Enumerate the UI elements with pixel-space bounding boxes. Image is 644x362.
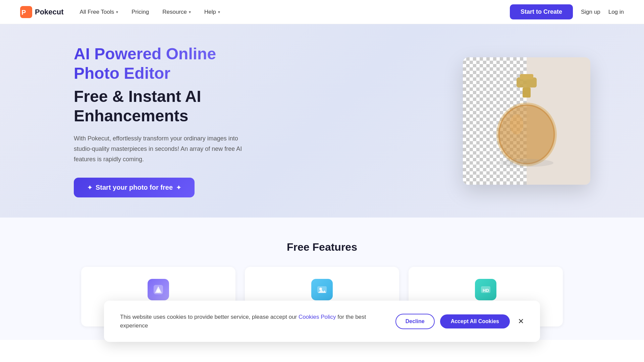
background-remover-icon [148, 279, 169, 300]
section-title: Free Features [54, 241, 590, 253]
cookies-policy-link[interactable]: Cookies Policy [299, 314, 337, 320]
chevron-down-icon: ▾ [116, 10, 118, 14]
nav-resource[interactable]: Resource ▾ [162, 9, 191, 15]
sparkle-icon-right: ✦ [176, 184, 181, 191]
hero-image-card [463, 57, 590, 185]
hero-image-container [463, 57, 590, 185]
chevron-down-icon: ▾ [218, 10, 220, 14]
logo[interactable]: P Pokecut [20, 6, 64, 18]
log-in-link[interactable]: Log in [608, 9, 624, 15]
perfume-bottle-image [463, 57, 590, 185]
nav-items: All Free Tools ▾ Pricing Resource ▾ Help… [80, 9, 220, 15]
svg-point-11 [157, 289, 160, 293]
sign-up-link[interactable]: Sign up [581, 9, 600, 15]
svg-text:P: P [21, 9, 26, 16]
navbar-left: P Pokecut All Free Tools ▾ Pricing Resou… [20, 6, 220, 18]
svg-point-6 [498, 104, 555, 165]
accept-all-cookies-button[interactable]: Accept All Cookies [440, 314, 510, 328]
hero-description: With Pokecut, effortlessly transform you… [74, 133, 248, 164]
hero-title-gradient: AI Powered Online Photo Editor [74, 44, 262, 83]
nav-all-free-tools[interactable]: All Free Tools ▾ [80, 9, 118, 15]
svg-point-9 [500, 159, 553, 167]
sparkle-icon: ✦ [87, 184, 92, 191]
photo-enhancer-icon: HD [475, 279, 496, 300]
cookie-banner: This website uses cookies to provide bet… [104, 301, 540, 342]
hero-content: AI Powered Online Photo Editor Free & In… [74, 44, 262, 197]
navbar: P Pokecut All Free Tools ▾ Pricing Resou… [0, 0, 644, 24]
hero-title-black: Free & Instant AI Enhancements [74, 87, 262, 125]
close-icon[interactable]: ✕ [518, 317, 524, 326]
nav-help[interactable]: Help ▾ [204, 9, 220, 15]
brand-name: Pokecut [35, 8, 64, 16]
decline-button[interactable]: Decline [395, 314, 435, 329]
start-create-button[interactable]: Start to Create [510, 4, 573, 19]
nav-pricing[interactable]: Pricing [131, 9, 149, 15]
hero-section: AI Powered Online Photo Editor Free & In… [0, 24, 644, 218]
cookie-actions: Decline Accept All Cookies [395, 314, 510, 329]
svg-text:HD: HD [483, 288, 489, 293]
cookie-text: This website uses cookies to provide bet… [120, 313, 382, 330]
navbar-right: Start to Create Sign up Log in [510, 4, 624, 19]
svg-rect-3 [520, 74, 533, 79]
logo-icon: P [20, 6, 32, 18]
svg-rect-4 [523, 87, 531, 98]
hero-cta-button[interactable]: ✦ Start your photo for free ✦ [74, 178, 195, 197]
background-changer-icon [311, 279, 333, 300]
svg-point-8 [510, 114, 523, 134]
chevron-down-icon: ▾ [189, 10, 191, 14]
